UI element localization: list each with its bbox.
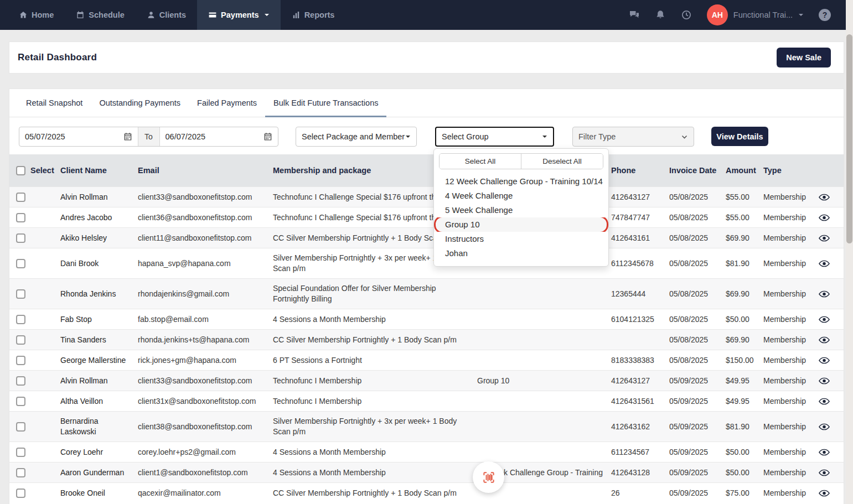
view-row-icon[interactable]: [819, 377, 830, 385]
cell-email: client36@sandboxonefitstop.com: [138, 208, 273, 227]
cell-client-name: Bernardina Laskowski: [60, 412, 138, 441]
view-row-icon[interactable]: [819, 449, 830, 456]
table-row: Tina Sandersrhonda.jenkins+ts@hapana.com…: [9, 329, 844, 350]
account-menu[interactable]: AH Functional Trai...: [707, 4, 804, 25]
nav-item-label: Home: [32, 11, 54, 19]
date-to-field[interactable]: [160, 127, 278, 146]
cell-invoice-date: 05/08/2025: [669, 208, 726, 227]
group-option[interactable]: 5 Week Challenge: [434, 203, 608, 217]
primary-nav: HomeScheduleClientsPaymentsReports: [0, 0, 345, 30]
date-to-input[interactable]: [166, 132, 243, 141]
row-checkbox[interactable]: [16, 335, 25, 345]
row-checkbox[interactable]: [16, 422, 25, 432]
row-checkbox[interactable]: [16, 233, 25, 243]
group-option[interactable]: 4 Week Challenge: [434, 189, 608, 203]
calendar-icon[interactable]: [123, 132, 132, 141]
cell-client-name: Alvin Rollman: [60, 371, 138, 391]
cell-type: Membership: [763, 208, 819, 227]
row-checkbox[interactable]: [16, 315, 25, 324]
view-row-icon[interactable]: [819, 469, 830, 476]
cell-type: Membership: [763, 417, 819, 437]
chat-icon[interactable]: [629, 9, 640, 20]
select-all-button[interactable]: Select All: [440, 154, 521, 169]
row-checkbox[interactable]: [16, 468, 25, 477]
row-checkbox[interactable]: [16, 356, 25, 365]
cell-client-name: Aaron Gunderman: [60, 463, 138, 482]
cell-phone: 747847747: [611, 208, 669, 227]
clock-icon[interactable]: [681, 9, 692, 20]
cell-amount: $81.90: [726, 254, 763, 273]
table-row: Bernardina Laskowskiclient38@sandboxonef…: [9, 411, 844, 441]
row-checkbox[interactable]: [16, 289, 25, 299]
date-from-input[interactable]: [25, 132, 102, 141]
new-sale-button[interactable]: New Sale: [777, 48, 831, 67]
select-all-checkbox[interactable]: [16, 166, 25, 175]
view-row-icon[interactable]: [819, 423, 830, 430]
cell-amount: $69.90: [726, 284, 763, 304]
nav-item-schedule[interactable]: Schedule: [65, 0, 135, 30]
column-header-label: Select: [30, 165, 54, 175]
group-option[interactable]: Group 10: [434, 217, 608, 232]
nav-item-clients[interactable]: Clients: [136, 0, 197, 30]
cell-invoice-date: 05/09/2025: [669, 392, 726, 411]
filter-type-select[interactable]: Filter Type: [572, 127, 694, 147]
group-select[interactable]: Select Group: [435, 127, 554, 147]
view-details-button[interactable]: View Details: [711, 127, 768, 146]
view-row-icon[interactable]: [819, 194, 830, 201]
cell-group: [477, 315, 611, 324]
view-row-icon[interactable]: [819, 214, 830, 221]
row-checkbox[interactable]: [16, 448, 25, 457]
row-checkbox[interactable]: [16, 259, 25, 268]
column-header: Select: [16, 165, 60, 175]
view-row-icon[interactable]: [819, 336, 830, 344]
date-from-field[interactable]: [19, 127, 138, 146]
view-row-icon[interactable]: [819, 260, 830, 267]
package-membership-select[interactable]: Select Package and Membership: [296, 127, 417, 147]
table-row: Andres Jacoboclient36@sandboxonefitstop.…: [9, 207, 844, 227]
scrollbar-thumb[interactable]: [846, 34, 852, 243]
row-checkbox[interactable]: [16, 213, 25, 222]
cell-amount: $50.00: [726, 463, 763, 482]
table-body: Alvin Rollmanclient33@sandboxonefitstop.…: [9, 186, 844, 503]
tab-1[interactable]: Outstanding Payments: [91, 89, 189, 117]
retail-dashboard-panel: Retail SnapshotOutstanding PaymentsFaile…: [9, 89, 844, 504]
chevron-down-icon: [681, 133, 688, 141]
cell-phone: 6112345678: [611, 254, 669, 273]
nav-item-reports[interactable]: Reports: [281, 0, 346, 30]
view-row-icon[interactable]: [819, 235, 830, 242]
table-row: Fab Stopfab.stop@email.com4 Sessions a M…: [9, 309, 844, 329]
page-scrollbar[interactable]: [846, 0, 853, 504]
row-checkbox[interactable]: [16, 489, 25, 498]
nav-item-payments[interactable]: Payments: [197, 0, 281, 30]
view-row-icon[interactable]: [819, 357, 830, 364]
cell-amount: $69.90: [726, 228, 763, 248]
tab-2[interactable]: Failed Payments: [189, 89, 265, 117]
table-row: Rhonda Jenkinsrhondajenkins@gmail.comSpe…: [9, 278, 844, 309]
view-row-icon[interactable]: [819, 316, 830, 323]
nav-item-label: Clients: [159, 11, 186, 19]
group-option[interactable]: Johan: [434, 246, 608, 261]
calendar-icon[interactable]: [263, 132, 272, 141]
view-row-icon[interactable]: [819, 290, 830, 298]
cell-membership: 4 Sessions a Month Membership: [273, 443, 477, 462]
group-option[interactable]: 12 Week Challenge Group - Training 10/14: [434, 174, 608, 189]
cell-membership: Special Foundation Offer for Silver Memb…: [273, 279, 477, 309]
help-icon[interactable]: ?: [819, 9, 831, 21]
bell-icon[interactable]: [655, 9, 666, 20]
row-checkbox[interactable]: [16, 376, 25, 386]
cell-phone: 8183338383: [611, 351, 669, 370]
table-row: Brooke Oneilqacexir@mailinator.comCC Sil…: [9, 482, 844, 503]
nav-item-home[interactable]: Home: [8, 0, 65, 30]
row-checkbox[interactable]: [16, 397, 25, 406]
tab-3[interactable]: Bulk Edit Future Transactions: [265, 89, 386, 117]
deselect-all-button[interactable]: Deselect All: [521, 154, 603, 169]
cell-amount: $49.95: [726, 371, 763, 391]
view-row-icon[interactable]: [819, 490, 830, 497]
cell-phone: [611, 335, 669, 344]
row-checkbox[interactable]: [16, 193, 25, 202]
tab-0[interactable]: Retail Snapshot: [18, 89, 91, 117]
cell-membership: CC Silver Membership Fortnightly + 1 Bod…: [273, 484, 477, 503]
view-row-icon[interactable]: [819, 398, 830, 405]
barcode-scan-fab[interactable]: [473, 461, 504, 493]
group-option[interactable]: Instructors: [434, 232, 608, 246]
